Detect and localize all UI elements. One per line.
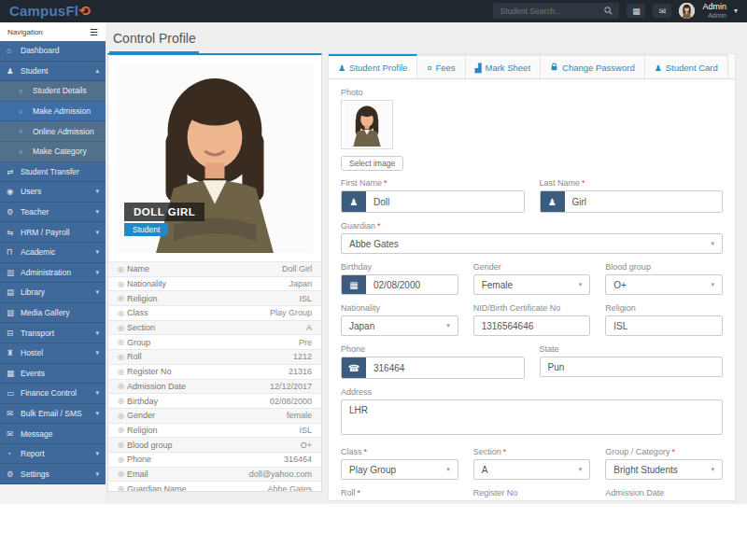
student-search-input[interactable] <box>500 7 599 16</box>
state-input[interactable] <box>540 357 724 377</box>
sidebar-item-report[interactable]: ◔Report▾ <box>0 444 106 465</box>
sidebar-item-student-transfer[interactable]: ⇄Student Transfer <box>0 162 106 183</box>
sidebar-item-label: Academic <box>21 247 95 257</box>
nid-input[interactable] <box>473 315 591 336</box>
photo-label: Photo <box>341 88 723 97</box>
blood-group-select[interactable]: O+▾ <box>605 274 723 295</box>
phone-input[interactable] <box>366 357 524 378</box>
sidebar-item-label: Make Category <box>33 147 99 156</box>
sidebar-item-administration[interactable]: ▥Administration▾ <box>0 263 106 284</box>
sidebar-item-transport[interactable]: ⊟Transport▾ <box>0 323 106 343</box>
tab-fees[interactable]: ¤Fees <box>417 54 465 78</box>
address-textarea[interactable]: LHR <box>341 399 723 435</box>
sidebar-subitem-online-admission[interactable]: ○Online Admission <box>0 121 106 142</box>
nav-title: Navigation <box>7 28 43 36</box>
section-select[interactable]: A▾ <box>473 459 591 480</box>
form-row: Nationality Japan▾ NID/Birth Certificate… <box>341 303 723 336</box>
content-area: DOLL GIRL Student ◎NameDoll Girl ◎Nation… <box>106 53 747 504</box>
sidebar-item-message[interactable]: ✉Message <box>0 424 106 444</box>
student-badge[interactable]: Student <box>124 223 168 236</box>
class-select[interactable]: Play Group▾ <box>341 459 458 480</box>
required-asterisk: * <box>582 178 585 188</box>
student-icon: ♟ <box>7 66 21 76</box>
sidebar-item-bulk-email-sms[interactable]: ✉Bulk Email / SMS▾ <box>0 404 106 425</box>
group-category-select[interactable]: Bright Students▾ <box>605 459 723 480</box>
admin-avatar[interactable] <box>679 3 695 19</box>
required-asterisk: * <box>503 447 507 456</box>
sidebar-item-label: Hostel <box>21 348 95 357</box>
sidebar-item-label: Teacher <box>21 207 95 217</box>
field-label: Guardian* <box>341 221 723 231</box>
sidebar-item-teacher[interactable]: ⚙Teacher▾ <box>0 203 106 223</box>
person-icon: ♟ <box>541 191 565 212</box>
sidebar-item-hrm-payroll[interactable]: ⇆HRM / Payroll▾ <box>0 222 106 243</box>
photo-overlay: DOLL GIRL Student <box>124 203 204 236</box>
app-logo[interactable]: CampusFl⟲ <box>9 3 91 20</box>
search-icon[interactable] <box>604 7 613 15</box>
group-category-field: Group / Category* Bright Students▾ <box>605 447 723 480</box>
sidebar-item-users[interactable]: ◉Users▾ <box>0 182 106 203</box>
select-image-button[interactable]: Select image <box>341 156 403 171</box>
sidebar-subitem-make-category[interactable]: ○Make Category <box>0 142 106 162</box>
sidebar-item-events[interactable]: ▦Events <box>0 364 106 385</box>
bullet-icon: ◎ <box>118 441 124 449</box>
student-name-overlay: DOLL GIRL <box>124 203 204 221</box>
sidebar-item-library[interactable]: ▤Library▾ <box>0 283 106 303</box>
tab-label: Student Card <box>666 63 718 73</box>
chevron-down-icon: ▾ <box>95 248 99 256</box>
guardian-field: Guardian* Abbe Gates▾ <box>341 221 723 254</box>
bullet-icon: ◎ <box>118 265 124 273</box>
student-details-list: ◎NameDoll Girl ◎NationalityJapan ◎Religi… <box>108 261 321 492</box>
field-label-text: Group / Category <box>605 447 669 456</box>
sidebar-item-label: Make Admission <box>33 106 99 116</box>
sidebar-item-settings[interactable]: ⚙Settings▾ <box>0 464 106 484</box>
detail-label-text: Guardian Name <box>127 484 187 492</box>
calendar-icon[interactable]: ▦ <box>627 4 645 18</box>
sidebar-item-student[interactable]: ♟Student▴ <box>0 62 106 82</box>
field-label: Group / Category* <box>605 447 723 456</box>
mail-open-icon: ✉ <box>7 409 21 418</box>
sidebar-item-label: Message <box>21 429 99 439</box>
chevron-down-icon[interactable]: ▾ <box>734 7 738 15</box>
sidebar-item-academic[interactable]: ΠAcademic▾ <box>0 243 106 263</box>
field-label: Last Name* <box>540 178 724 188</box>
tab-mark-sheet[interactable]: ▟Mark Sheet <box>466 54 542 78</box>
student-profile-form: Photo Select image First Name* ♟ <box>329 79 735 500</box>
sidebar-subitem-make-admission[interactable]: ○Make Admission <box>0 102 106 122</box>
detail-row: ◎Register No21316 <box>108 364 321 379</box>
user-info[interactable]: Admin Admin <box>702 3 726 20</box>
users-icon: ◉ <box>7 187 21 196</box>
detail-label-text: Email <box>127 469 148 479</box>
tab-student-card[interactable]: ♟Student Card <box>645 54 728 78</box>
first-name-field: First Name* ♟ <box>341 178 525 213</box>
hamburger-icon[interactable]: ☰ <box>90 27 98 37</box>
sidebar-item-finance-control[interactable]: ▭Finance Control▾ <box>0 384 106 404</box>
sidebar-item-dashboard[interactable]: ⌂Dashboard <box>0 41 106 62</box>
sidebar-item-label: Report <box>21 449 95 458</box>
religion-input[interactable] <box>605 315 723 336</box>
detail-label: ◎Roll <box>118 352 142 361</box>
required-asterisk: * <box>377 221 381 231</box>
detail-value: 12/12/2017 <box>270 382 312 391</box>
field-label: Section* <box>473 447 591 456</box>
sidebar-item-hostel[interactable]: ♜Hostel▾ <box>0 343 106 364</box>
chevron-up-icon: ▴ <box>95 67 99 75</box>
sidebar-item-label: Events <box>21 369 99 378</box>
tab-change-password[interactable]: Change Password <box>541 54 645 78</box>
gender-select[interactable]: Female▾ <box>473 274 591 295</box>
tab-student-profile[interactable]: ♟Student Profile <box>329 54 417 78</box>
caret-down-icon: ▾ <box>446 322 450 329</box>
sidebar-item-label: Library <box>21 287 95 297</box>
student-profile-card: DOLL GIRL Student ◎NameDoll Girl ◎Nation… <box>107 53 322 492</box>
first-name-input[interactable] <box>366 191 524 212</box>
guardian-select[interactable]: Abbe Gates▾ <box>341 233 723 254</box>
birthday-input[interactable] <box>366 275 458 294</box>
sidebar-item-media-gallery[interactable]: ▨Media Gallery <box>0 303 106 324</box>
nationality-select[interactable]: Japan▾ <box>341 315 458 336</box>
sidebar-item-label: Dashboard <box>21 46 99 55</box>
sidebar-subitem-student-details[interactable]: ○Student Details <box>0 81 106 102</box>
field-label: Address <box>341 387 723 397</box>
calendar-icon[interactable]: ▦ <box>342 275 366 294</box>
mail-icon[interactable]: ✉ <box>653 4 671 18</box>
last-name-input[interactable] <box>565 191 723 212</box>
